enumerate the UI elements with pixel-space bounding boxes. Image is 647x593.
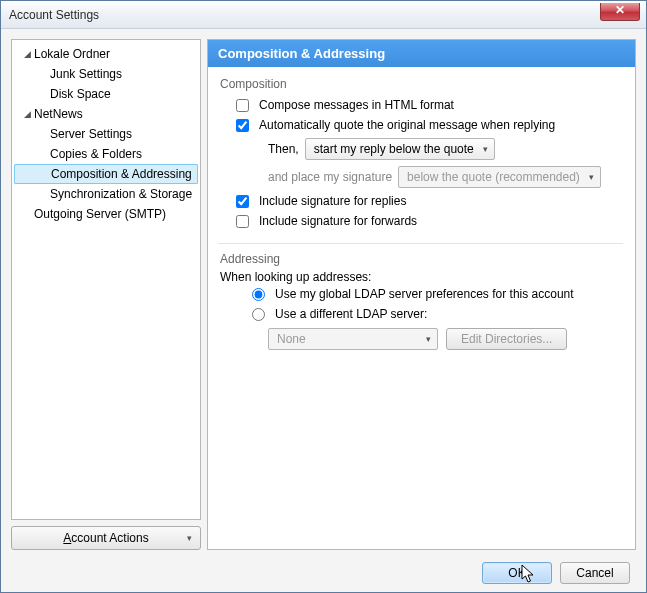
then-row: Then, start my reply below the quote ▾: [220, 135, 623, 163]
sig-replies-row: Include signature for replies: [220, 191, 623, 211]
sig-forwards-checkbox[interactable]: [236, 215, 249, 228]
columns: ◢Lokale Ordner Junk Settings Disk Space …: [11, 39, 636, 550]
then-label: Then,: [268, 142, 299, 156]
tree-label: Composition & Addressing: [51, 167, 192, 181]
tree-label: Copies & Folders: [50, 147, 142, 161]
panel-header: Composition & Addressing: [208, 40, 635, 67]
tree-item-netnews[interactable]: ◢NetNews: [12, 104, 200, 124]
titlebar: Account Settings ✕: [1, 1, 646, 29]
tree-item-server-settings[interactable]: Server Settings: [12, 124, 200, 144]
signature-place-label: and place my signature: [268, 170, 392, 184]
main-panel: Composition & Addressing Composition Com…: [207, 39, 636, 550]
sidebar: ◢Lokale Ordner Junk Settings Disk Space …: [11, 39, 201, 550]
dropdown-icon: ▾: [589, 172, 594, 182]
tree-label: NetNews: [34, 107, 83, 121]
close-button[interactable]: ✕: [600, 3, 640, 21]
auto-quote-label: Automatically quote the original message…: [259, 118, 555, 132]
auto-quote-checkbox[interactable]: [236, 119, 249, 132]
sig-forwards-row: Include signature for forwards: [220, 211, 623, 231]
use-different-label: Use a different LDAP server:: [275, 307, 427, 321]
edit-directories-button: Edit Directories...: [446, 328, 567, 350]
footer: OK Cancel: [11, 558, 636, 584]
ldap-server-select: None ▾: [268, 328, 438, 350]
tree-item-outgoing-server[interactable]: Outgoing Server (SMTP): [12, 204, 200, 224]
ldap-server-value: None: [277, 332, 306, 346]
dropdown-icon: ▾: [187, 533, 192, 543]
html-format-checkbox[interactable]: [236, 99, 249, 112]
sig-forwards-label: Include signature for forwards: [259, 214, 417, 228]
account-tree[interactable]: ◢Lokale Ordner Junk Settings Disk Space …: [11, 39, 201, 520]
html-format-label: Compose messages in HTML format: [259, 98, 454, 112]
sig-replies-checkbox[interactable]: [236, 195, 249, 208]
tree-label: Disk Space: [50, 87, 111, 101]
use-different-row: Use a different LDAP server:: [220, 304, 623, 324]
tree-label: Lokale Ordner: [34, 47, 110, 61]
signature-place-row: and place my signature below the quote (…: [220, 163, 623, 191]
signature-place-value: below the quote (recommended): [407, 170, 580, 184]
tree-label: Outgoing Server (SMTP): [34, 207, 166, 221]
tree-item-composition-addressing[interactable]: Composition & Addressing: [14, 164, 198, 184]
dialog-body: ◢Lokale Ordner Junk Settings Disk Space …: [1, 29, 646, 592]
addressing-section-label: Addressing: [220, 252, 623, 266]
html-format-row: Compose messages in HTML format: [220, 95, 623, 115]
use-global-row: Use my global LDAP server preferences fo…: [220, 284, 623, 304]
reply-position-value: start my reply below the quote: [314, 142, 474, 156]
collapse-icon: ◢: [24, 49, 32, 59]
reply-position-select[interactable]: start my reply below the quote ▾: [305, 138, 495, 160]
tree-item-disk-space[interactable]: Disk Space: [12, 84, 200, 104]
tree-label: Synchronization & Storage: [50, 187, 192, 201]
tree-item-sync-storage[interactable]: Synchronization & Storage: [12, 184, 200, 204]
account-settings-window: Account Settings ✕ ◢Lokale Ordner Junk S…: [0, 0, 647, 593]
sig-replies-label: Include signature for replies: [259, 194, 406, 208]
use-different-radio[interactable]: [252, 308, 265, 321]
lookup-label: When looking up addresses:: [220, 270, 623, 284]
auto-quote-row: Automatically quote the original message…: [220, 115, 623, 135]
dropdown-icon: ▾: [426, 334, 431, 344]
collapse-icon: ◢: [24, 109, 32, 119]
composition-section-label: Composition: [220, 77, 623, 91]
ldap-controls-row: None ▾ Edit Directories...: [220, 328, 623, 350]
use-global-radio[interactable]: [252, 288, 265, 301]
signature-place-select: below the quote (recommended) ▾: [398, 166, 601, 188]
tree-label: Junk Settings: [50, 67, 122, 81]
window-title: Account Settings: [9, 8, 99, 22]
ok-button[interactable]: OK: [482, 562, 552, 584]
use-global-label: Use my global LDAP server preferences fo…: [275, 287, 574, 301]
tree-label: Server Settings: [50, 127, 132, 141]
account-actions-button[interactable]: Account Actions ▾: [11, 526, 201, 550]
dropdown-icon: ▾: [483, 144, 488, 154]
tree-item-copies-folders[interactable]: Copies & Folders: [12, 144, 200, 164]
tree-item-lokale-ordner[interactable]: ◢Lokale Ordner: [12, 44, 200, 64]
tree-item-junk-settings[interactable]: Junk Settings: [12, 64, 200, 84]
account-actions-label: Account Actions: [63, 531, 148, 545]
divider: [218, 243, 623, 244]
cancel-button[interactable]: Cancel: [560, 562, 630, 584]
